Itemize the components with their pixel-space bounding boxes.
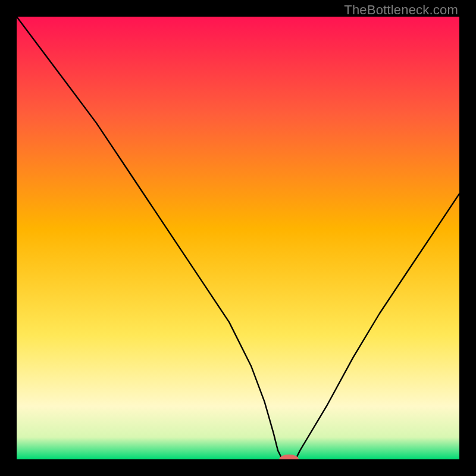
plot-area [17,17,459,459]
chart-svg [17,17,459,459]
gradient-background [17,17,459,459]
chart-frame: TheBottleneck.com [0,0,476,476]
attribution-text: TheBottleneck.com [344,2,458,18]
